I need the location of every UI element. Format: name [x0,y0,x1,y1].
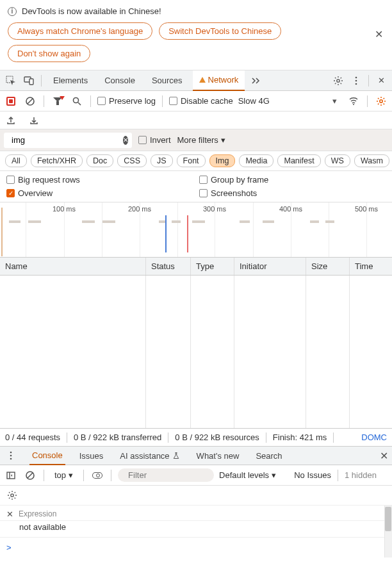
preserve-log-checkbox[interactable]: Preserve log [97,96,156,106]
language-banner: i DevTools is now available in Chinese! … [0,0,392,70]
pill-img[interactable]: Img [209,154,236,167]
pill-manifest[interactable]: Manifest [277,154,320,167]
record-button[interactable] [4,94,18,108]
tab-console[interactable]: Console [98,70,142,91]
settings-icon[interactable] [331,74,345,88]
warning-icon [199,77,206,83]
kebab-icon[interactable] [349,74,363,88]
pill-css[interactable]: CSS [117,154,147,167]
expression-label[interactable]: Expression [19,509,56,518]
chip-switch-chinese[interactable]: Switch DevTools to Chinese [159,22,281,40]
scrollbar-thumb[interactable] [385,507,391,531]
invert-checkbox[interactable]: Invert [138,135,171,145]
pill-wasm[interactable]: Wasm [354,154,389,167]
resource-type-filter: All Fetch/XHR Doc CSS JS Font Img Media … [0,151,392,171]
search-icon[interactable] [70,94,84,108]
context-select[interactable]: top ▾ [51,469,77,481]
status-bar: 0 / 44 requests 0 B / 922 kB transferred… [0,428,392,446]
close-icon[interactable]: ✕ [375,28,383,40]
request-table-header: Name Status Type Initiator Size Time [0,258,392,276]
export-har-icon[interactable] [4,113,18,128]
clear-filter-icon[interactable]: ✕ [123,136,128,145]
clear-icon[interactable] [23,94,37,108]
overview-checkbox[interactable]: Overview [6,188,193,198]
group-frame-checkbox[interactable]: Group by frame [199,175,386,185]
col-time[interactable]: Time [350,258,392,275]
col-initiator[interactable]: Initiator [234,258,306,275]
chip-dont-show[interactable]: Don't show again [8,45,90,62]
console-filter-wrap [118,468,214,482]
tab-network[interactable]: Network [193,70,245,91]
tab-sources[interactable]: Sources [145,70,189,91]
tab-elements[interactable]: Elements [47,70,94,91]
console-prompt[interactable]: > [0,538,392,557]
inspect-icon[interactable] [4,74,18,88]
close-devtools-icon[interactable]: ✕ [374,74,388,88]
network-settings-icon[interactable] [374,94,388,108]
drawer-tab-console[interactable]: Console [29,446,65,465]
log-levels-select[interactable]: Default levels ▾ [219,470,276,480]
main-tabbar: Elements Console Sources Network ✕ [0,70,392,91]
pill-all[interactable]: All [5,154,27,167]
status-transferred: 0 B / 922 kB transferred [74,433,161,442]
har-bar [0,111,392,129]
network-toolbar: Preserve log Disable cache Slow 4G ▾ [0,91,392,111]
throttling-select[interactable]: Slow 4G [238,96,270,106]
info-icon: i [8,7,17,16]
more-tabs-icon[interactable] [249,74,263,88]
banner-title: DevTools is now available in Chinese! [22,6,161,16]
pill-media[interactable]: Media [239,154,274,167]
load-marker [187,215,188,252]
status-resources: 0 B / 922 kB resources [175,433,259,442]
col-type[interactable]: Type [191,258,234,275]
pill-font[interactable]: Font [177,154,206,167]
svg-line-19 [28,473,33,478]
drawer-close-icon[interactable]: ✕ [380,450,388,462]
device-icon[interactable] [22,74,36,88]
hidden-count[interactable]: 1 hidden [345,470,377,480]
svg-point-6 [355,83,357,85]
filter-input[interactable] [12,135,119,145]
drawer-tab-whatsnew[interactable]: What's new [194,446,242,465]
big-rows-checkbox[interactable]: Big request rows [6,175,193,185]
remove-expression-icon[interactable]: ✕ [6,509,13,519]
drawer-kebab-icon[interactable] [4,449,18,463]
svg-rect-2 [29,79,33,85]
svg-point-4 [355,76,357,78]
col-name[interactable]: Name [0,258,146,275]
drawer-tab-ai[interactable]: AI assistance [117,446,182,465]
pill-js[interactable]: JS [151,154,173,167]
disable-cache-checkbox[interactable]: Disable cache [169,96,233,106]
no-issues-label[interactable]: No Issues [294,470,331,480]
svg-line-10 [78,103,81,105]
request-table-body [0,276,392,428]
chip-match-language[interactable]: Always match Chrome's language [8,22,152,40]
console-sidebar-icon[interactable] [4,468,18,482]
svg-point-5 [355,79,357,81]
col-status[interactable]: Status [146,258,191,275]
import-har-icon[interactable] [27,113,41,128]
network-conditions-icon[interactable] [347,94,361,108]
throttling-caret-icon[interactable]: ▾ [327,94,341,108]
more-filters-dropdown[interactable]: More filters ▾ [177,135,225,145]
col-size[interactable]: Size [306,258,350,275]
screenshots-checkbox[interactable]: Screenshots [199,188,386,198]
flask-icon [172,452,180,459]
filter-icon[interactable] [51,94,65,108]
console-settings-icon[interactable] [5,488,19,502]
pill-doc[interactable]: Doc [86,154,113,167]
status-domcontentloaded: DOMC [361,433,387,442]
pill-ws[interactable]: WS [325,154,350,167]
svg-point-13 [10,452,12,454]
console-toolbar: top ▾ Default levels ▾ No Issues 1 hidde… [0,465,392,486]
filter-bar: ✕ Invert More filters ▾ [0,129,392,151]
live-expression-icon[interactable] [90,468,104,482]
drawer-tab-issues[interactable]: Issues [77,446,106,465]
network-options: Big request rows Group by frame Overview… [0,171,392,202]
console-clear-icon[interactable] [23,468,37,482]
pill-fetch-xhr[interactable]: Fetch/XHR [31,154,83,167]
svg-point-15 [10,458,12,460]
drawer-tab-search[interactable]: Search [253,446,284,465]
timeline-overview[interactable]: 100 ms 200 ms 300 ms 400 ms 500 ms [0,202,392,258]
svg-point-20 [11,494,13,497]
